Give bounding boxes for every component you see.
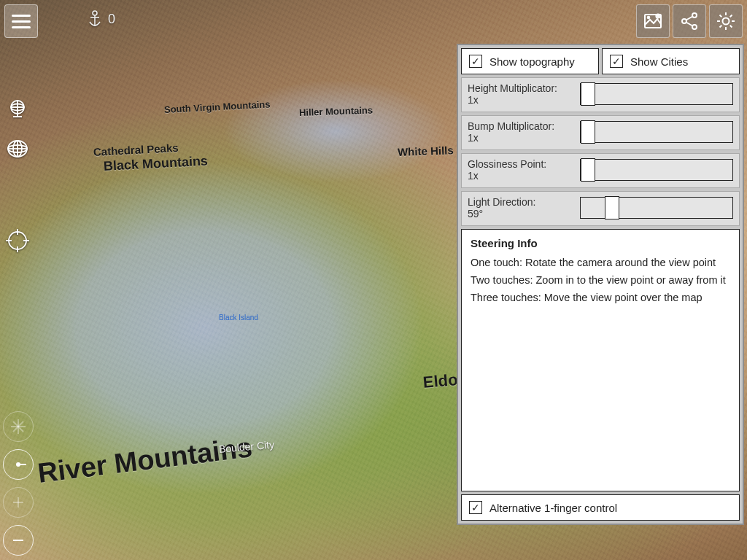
slider-value: 1x [468, 132, 577, 144]
slider-track[interactable] [580, 83, 733, 105]
slider-row: Bump Multiplicator:1x [461, 115, 740, 150]
slider-track[interactable] [580, 159, 733, 181]
map-style-button[interactable] [636, 4, 670, 38]
anchor-value: 0 [108, 12, 115, 27]
locate-button[interactable] [3, 226, 32, 255]
settings-button[interactable] [709, 4, 743, 38]
share-button[interactable] [673, 4, 706, 38]
show-topography-toggle[interactable]: Show topography [461, 48, 599, 74]
slider-thumb[interactable] [581, 120, 595, 144]
checkbox-icon [469, 501, 482, 514]
settings-panel: Show topography Show Cities Height Multi… [457, 44, 744, 525]
info-line: Three touches: Move the view point over … [471, 292, 730, 303]
compass-icon [9, 417, 28, 436]
globe-view-button[interactable] [3, 95, 32, 124]
anchor-icon [88, 10, 102, 28]
zoom-in-button[interactable] [3, 487, 34, 518]
slider-row: Glossiness Point:1x [461, 153, 740, 188]
show-cities-toggle[interactable]: Show Cities [602, 48, 740, 74]
slider-value: 59° [468, 208, 577, 219]
rotate-button[interactable] [3, 449, 34, 480]
checkbox-label: Alternative 1-finger control [489, 502, 617, 514]
slider-thumb[interactable] [581, 82, 595, 106]
slider-label: Glossiness Point: [468, 158, 577, 170]
svg-line-10 [686, 17, 693, 20]
checkbox-label: Show topography [489, 55, 575, 68]
crosshair-icon [4, 228, 31, 254]
steering-info-box: Steering Info One touch: Rotate the came… [461, 229, 740, 491]
slider-thumb[interactable] [605, 196, 619, 219]
minus-icon [11, 533, 26, 548]
slider-value: 1x [468, 94, 577, 106]
wire-globe-icon [5, 136, 30, 161]
info-title: Steering Info [471, 237, 730, 249]
zoom-out-button[interactable] [3, 525, 34, 556]
globe-stand-icon [5, 97, 30, 122]
slider-label: Height Multiplicator: [468, 82, 577, 94]
svg-point-9 [692, 25, 697, 29]
slider-row: Light Direction:59° [461, 191, 740, 226]
checkbox-icon [469, 55, 482, 68]
svg-point-12 [723, 18, 729, 25]
slider-label: Bump Multiplicator: [468, 120, 577, 132]
map-image-icon [643, 11, 663, 31]
svg-point-8 [692, 13, 697, 18]
grid-globe-button[interactable] [3, 134, 32, 163]
menu-button[interactable] [4, 4, 38, 38]
checkbox-icon [610, 55, 623, 68]
svg-line-11 [686, 23, 693, 26]
slider-label: Light Direction: [468, 196, 577, 208]
slider-row: Height Multiplicator:1x [461, 77, 740, 112]
slider-track[interactable] [580, 197, 733, 219]
checkbox-label: Show Cities [630, 55, 688, 68]
alt-control-toggle[interactable]: Alternative 1-finger control [461, 494, 740, 521]
slider-value: 1x [468, 170, 577, 182]
slider-track[interactable] [580, 121, 733, 143]
share-icon [679, 11, 700, 31]
compass-button[interactable] [3, 411, 34, 442]
svg-point-0 [93, 11, 97, 15]
rotate-icon [9, 455, 28, 474]
svg-point-6 [657, 15, 659, 17]
plus-icon [11, 495, 26, 510]
svg-point-7 [682, 19, 686, 23]
svg-point-4 [648, 17, 650, 19]
info-line: Two touches: Zoom in to the view point o… [471, 274, 730, 286]
anchor-indicator: 0 [88, 10, 115, 28]
slider-thumb[interactable] [581, 158, 595, 182]
info-line: One touch: Rotate the camera around the … [471, 257, 730, 268]
gear-icon [715, 10, 737, 32]
